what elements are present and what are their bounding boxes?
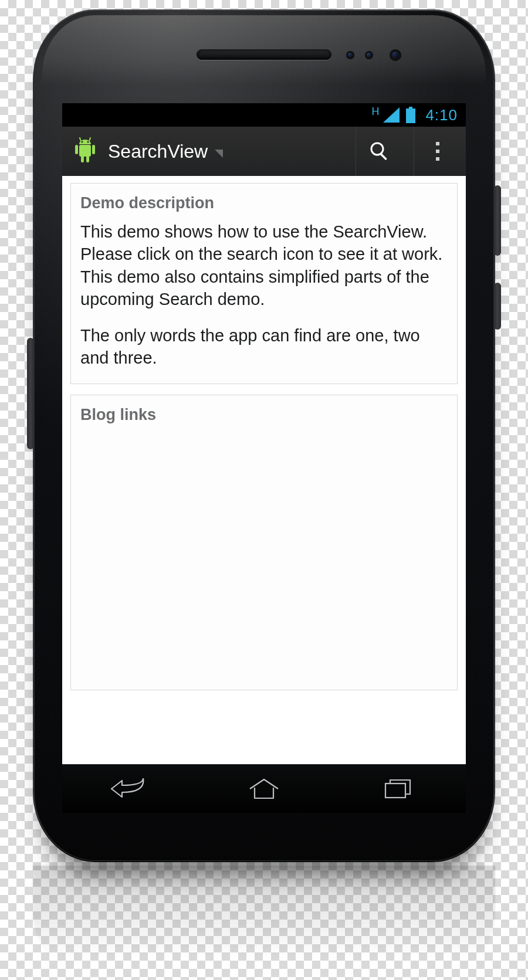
svg-rect-2 — [79, 145, 91, 157]
clock: 4:10 — [425, 106, 458, 124]
phone-sensors — [346, 49, 401, 61]
svg-point-11 — [371, 143, 383, 155]
network-type-label: H — [371, 106, 380, 118]
spinner-indicator-icon — [215, 150, 223, 158]
svg-rect-13 — [436, 142, 439, 145]
back-button[interactable] — [97, 774, 162, 803]
phone-device-frame: H 4:10 — [33, 9, 495, 862]
battery-icon — [405, 107, 416, 123]
home-icon — [246, 778, 282, 799]
svg-rect-4 — [92, 145, 95, 154]
svg-rect-6 — [86, 155, 89, 162]
back-icon — [109, 778, 150, 799]
phone-side-button — [494, 185, 501, 256]
card-heading: Blog links — [80, 406, 448, 424]
overflow-menu-icon — [435, 140, 441, 163]
system-nav-bar — [62, 765, 466, 813]
svg-point-10 — [87, 141, 89, 143]
action-bar-title-spinner[interactable]: SearchView — [108, 141, 345, 162]
svg-rect-15 — [436, 157, 439, 161]
home-button[interactable] — [232, 774, 296, 803]
recent-apps-button[interactable] — [366, 774, 431, 803]
svg-rect-7 — [79, 137, 82, 142]
svg-rect-0 — [409, 107, 412, 108]
svg-rect-16 — [385, 784, 405, 798]
phone-reflection — [33, 866, 495, 977]
card-text: The only words the app can find are one,… — [80, 324, 448, 369]
svg-rect-5 — [81, 155, 84, 162]
phone-side-button — [27, 338, 34, 449]
status-bar: H 4:10 — [62, 103, 466, 127]
screen: H 4:10 — [62, 103, 466, 765]
recent-apps-icon — [381, 778, 416, 800]
action-bar-title: SearchView — [108, 141, 208, 162]
svg-rect-8 — [89, 137, 92, 142]
overflow-menu-button[interactable] — [414, 127, 461, 176]
svg-rect-14 — [436, 150, 439, 153]
demo-description-card: Demo description This demo shows how to … — [70, 183, 458, 384]
svg-rect-12 — [380, 153, 387, 160]
svg-rect-3 — [75, 145, 78, 154]
search-button[interactable] — [356, 127, 403, 176]
card-heading: Demo description — [80, 194, 448, 212]
phone-side-button — [494, 283, 501, 330]
blog-links-card: Blog links — [70, 395, 458, 690]
action-bar: SearchView — [62, 127, 466, 177]
android-app-icon — [73, 137, 97, 165]
svg-rect-1 — [406, 108, 415, 123]
svg-point-9 — [82, 141, 83, 143]
content-area[interactable]: Demo description This demo shows how to … — [62, 176, 466, 765]
signal-icon — [383, 107, 400, 123]
search-icon — [368, 140, 391, 163]
phone-earpiece — [197, 49, 331, 60]
card-text: This demo shows how to use the SearchVie… — [80, 221, 448, 310]
